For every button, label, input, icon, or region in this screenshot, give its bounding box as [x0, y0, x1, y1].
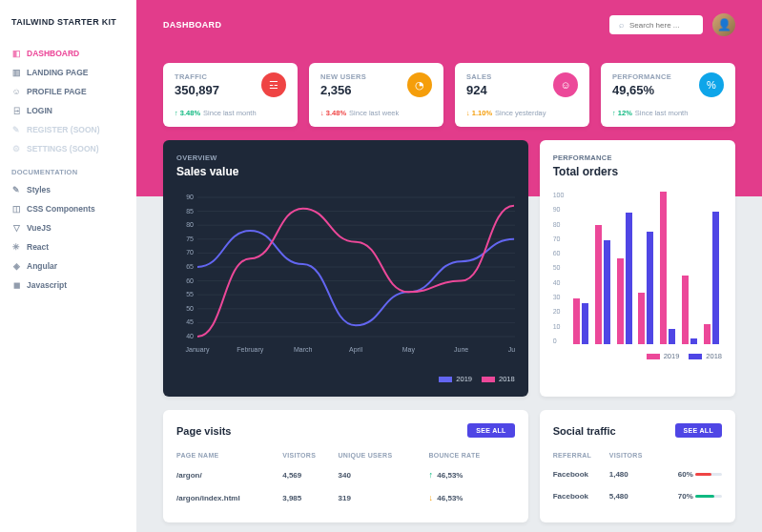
- nav-icon: ⍈: [11, 106, 21, 115]
- doc-item-styles[interactable]: ✎Styles: [0, 180, 136, 199]
- brand: TAILWIND STARTER KIT: [0, 17, 136, 44]
- stat-trend: ↓ 1.10%: [466, 109, 492, 117]
- doc-item-vuejs[interactable]: ▽VueJS: [0, 218, 136, 237]
- doc-label: Styles: [27, 185, 51, 194]
- nav-icon: ◧: [11, 49, 21, 58]
- stat-card-performance: PERFORMANCE49,65%%↑ 12%Since last month: [601, 63, 735, 127]
- bar: [617, 258, 624, 344]
- stat-value: 924: [466, 83, 492, 97]
- doc-label: Angular: [27, 261, 57, 271]
- bar-group: [682, 276, 697, 344]
- nav-label: PROFILE PAGE: [27, 87, 87, 96]
- search-icon: ⌕: [619, 20, 624, 30]
- doc-item-react[interactable]: ✳React: [0, 237, 136, 256]
- svg-text:45: 45: [186, 318, 194, 325]
- sidebar-item-landing-page[interactable]: ▥LANDING PAGE: [0, 63, 136, 82]
- stat-card-sales: SALES924☺↓ 1.10%Since yesterday: [455, 63, 589, 127]
- svg-text:January: January: [186, 346, 210, 354]
- docs-title: DOCUMENTATION: [0, 158, 136, 180]
- table-row: Facebook5,48070%: [553, 485, 722, 507]
- bar-group: [617, 213, 632, 344]
- doc-label: React: [27, 242, 49, 252]
- topbar-right: ⌕ 👤: [609, 13, 735, 36]
- column-header: PAGE NAME: [176, 447, 282, 463]
- sidebar-item-profile-page[interactable]: ☺PROFILE PAGE: [0, 82, 136, 101]
- doc-label: Javascript: [27, 280, 67, 290]
- social-traffic-card: Social traffic SEE ALL REFERRALVISITORSF…: [540, 410, 735, 522]
- bar: [626, 213, 632, 344]
- bar: [660, 192, 667, 344]
- stat-since: Since last month: [635, 109, 688, 117]
- legend-item: 2019: [439, 375, 472, 383]
- see-all-button[interactable]: SEE ALL: [675, 423, 722, 438]
- sidebar: TAILWIND STARTER KIT ◧DASHBOARD▥LANDING …: [0, 0, 136, 532]
- orders-chart-card: PERFORMANCE Total orders 100908070605040…: [540, 140, 735, 397]
- search-box[interactable]: ⌕: [609, 15, 703, 34]
- overview-label: OVERVIEW: [176, 153, 515, 162]
- stat-label: NEW USERS: [320, 72, 366, 81]
- stat-trend: ↑ 12%: [612, 109, 632, 117]
- nav-label: REGISTER (SOON): [27, 125, 100, 134]
- bar: [647, 232, 653, 344]
- svg-text:May: May: [402, 346, 416, 354]
- nav-icon: ✎: [11, 125, 21, 134]
- main: DASHBOARD ⌕ 👤 TRAFFIC350,897☲↑ 3.48%Sinc…: [136, 0, 762, 532]
- sidebar-item-login[interactable]: ⍈LOGIN: [0, 101, 136, 120]
- doc-icon: ▽: [11, 223, 21, 233]
- bar: [595, 225, 602, 344]
- bar-group: [638, 232, 653, 344]
- bar-group: [660, 192, 675, 344]
- nav-label: DASHBOARD: [27, 49, 79, 58]
- avatar[interactable]: 👤: [712, 13, 735, 36]
- stat-trend: ↓ 3.48%: [320, 109, 346, 117]
- doc-icon: ◫: [11, 204, 21, 214]
- stat-since: Since last week: [349, 109, 399, 117]
- svg-text:April: April: [349, 346, 362, 354]
- column-header: VISITORS: [609, 447, 658, 463]
- bar: [604, 240, 610, 344]
- bar: [638, 293, 645, 344]
- stats-row: TRAFFIC350,897☲↑ 3.48%Since last monthNE…: [136, 63, 762, 127]
- svg-text:50: 50: [186, 305, 194, 312]
- svg-text:55: 55: [186, 291, 194, 297]
- doc-item-javascript[interactable]: ◼Javascript: [0, 276, 136, 295]
- svg-text:65: 65: [186, 263, 194, 270]
- column-header: VISITORS: [282, 447, 338, 463]
- svg-text:40: 40: [186, 333, 194, 339]
- svg-text:75: 75: [186, 235, 194, 242]
- sidebar-item-dashboard[interactable]: ◧DASHBOARD: [0, 44, 136, 63]
- nav-icon: ▥: [11, 68, 21, 77]
- doc-icon: ✳: [11, 242, 21, 252]
- bar: [712, 212, 719, 344]
- sidebar-item-register-soon-[interactable]: ✎REGISTER (SOON): [0, 120, 136, 139]
- svg-text:June: June: [454, 346, 468, 353]
- charts-row: OVERVIEW Sales value 4045505560657075808…: [136, 127, 762, 397]
- doc-label: VueJS: [27, 223, 51, 233]
- stat-value: 2,356: [320, 83, 366, 97]
- stat-label: PERFORMANCE: [612, 72, 671, 81]
- sidebar-item-settings-soon-[interactable]: ⚙SETTINGS (SOON): [0, 139, 136, 158]
- page-visits-card: Page visits SEE ALL PAGE NAMEVISITORSUNI…: [163, 410, 528, 522]
- social-title: Social traffic: [553, 425, 616, 437]
- stat-icon: %: [699, 72, 724, 97]
- column-header: UNIQUE USERS: [339, 447, 429, 463]
- page-title: DASHBOARD: [163, 20, 221, 30]
- svg-text:90: 90: [186, 194, 194, 200]
- sales-chart-card: OVERVIEW Sales value 4045505560657075808…: [163, 140, 528, 397]
- svg-text:July: July: [508, 346, 515, 354]
- column-header: REFERRAL: [553, 447, 609, 463]
- bar-group: [704, 212, 719, 344]
- stat-since: Since yesterday: [495, 109, 546, 117]
- bar-group: [595, 225, 610, 344]
- doc-item-angular[interactable]: ◈Angular: [0, 256, 136, 276]
- nav-label: SETTINGS (SOON): [27, 144, 99, 153]
- see-all-button[interactable]: SEE ALL: [467, 423, 514, 438]
- stat-icon: ◔: [407, 72, 432, 97]
- doc-item-css-components[interactable]: ◫CSS Components: [0, 199, 136, 218]
- orders-label: PERFORMANCE: [553, 153, 722, 162]
- search-input[interactable]: [629, 21, 693, 30]
- bar: [704, 324, 711, 344]
- topbar: DASHBOARD ⌕ 👤: [136, 0, 762, 50]
- stat-since: Since last month: [203, 109, 256, 117]
- bar: [669, 329, 675, 344]
